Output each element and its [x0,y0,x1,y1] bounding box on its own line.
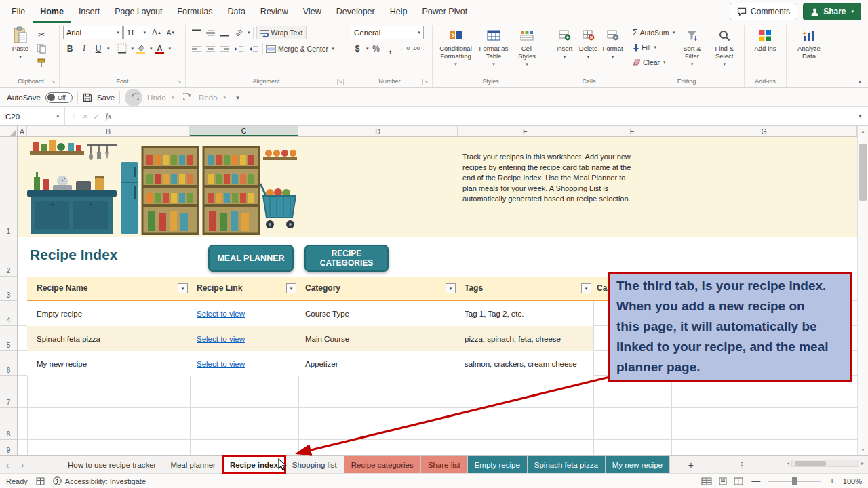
increase-font-icon[interactable]: A▲ [150,26,163,39]
collapse-ribbon-icon[interactable]: ▴ [858,78,861,85]
row-header-4[interactable]: 4 [0,301,17,326]
macro-record-icon[interactable] [36,477,45,485]
tab-formulas[interactable]: Formulas [170,0,220,23]
row-header-3[interactable]: 3 [0,277,17,301]
cell-recipe-link[interactable]: Select to view [190,351,298,376]
tab-developer[interactable]: Developer [329,0,382,23]
addins-button[interactable]: Add-ins [749,26,783,54]
recipe-link[interactable]: Select to view [197,335,245,343]
cell-recipe-name[interactable]: My new recipe [27,351,190,376]
copy-icon[interactable] [35,42,48,55]
hscroll-right-icon[interactable]: ▸ [861,460,864,466]
row-header-9[interactable]: 9 [0,440,17,455]
sheet-tab-empty-recipe[interactable]: Empty recipe [468,456,528,473]
conditional-formatting-button[interactable]: Conditional Formatting ▾ [436,26,475,69]
find-select-button[interactable]: Find & Select ▾ [708,26,741,69]
normal-view-icon[interactable] [701,477,712,485]
sheet-options-icon[interactable]: ⋮ [732,456,751,473]
format-as-table-button[interactable]: Format as Table ▾ [475,26,512,69]
column-header-b[interactable]: B [27,126,190,136]
tab-data[interactable]: Data [220,0,252,23]
cell-recipe-name[interactable]: Spinach feta pizza [27,326,190,351]
sheet-tab-my-new-recipe[interactable]: My new recipe [606,456,670,473]
sheet-nav-left-icon[interactable]: ‹ [0,456,15,473]
decrease-indent-icon[interactable] [232,43,245,56]
filter-recipe-name[interactable]: ▾ [178,283,188,293]
sheet-tab-shopping-list[interactable]: Shopping list [285,456,344,473]
number-format-select[interactable]: General▾ [351,26,424,39]
align-middle-icon[interactable] [203,26,217,39]
share-button[interactable]: Share ▾ [803,3,861,20]
percent-format-button[interactable]: % [370,42,383,55]
page-layout-view-icon[interactable] [718,477,728,485]
sort-filter-button[interactable]: Sort & Filter ▾ [676,26,709,69]
orientation-icon[interactable]: ab [232,26,245,39]
font-family-select[interactable]: Arial▾ [63,26,123,39]
underline-button[interactable]: U [92,42,105,55]
align-left-icon[interactable] [189,43,203,56]
autosum-button[interactable]: ΣAutoSum▾ [633,26,676,39]
cell-recipe-name[interactable]: Empty recipe [27,301,190,326]
tab-review[interactable]: Review [253,0,296,23]
row-header-8[interactable]: 8 [0,408,17,440]
table-row[interactable]: My new recipe Select to view Appetizer s… [27,351,593,376]
fill-color-icon[interactable] [134,42,148,55]
save-label[interactable]: Save [97,94,115,102]
undo-label[interactable]: Undo [147,94,166,102]
zoom-out-icon[interactable]: — [751,476,760,486]
new-sheet-icon[interactable]: + [679,456,703,473]
tab-power-pivot[interactable]: Power Pivot [414,0,475,23]
customize-qat-icon[interactable]: ▾ [236,94,239,101]
sheet-tab-how-to-use[interactable]: How to use recipe tracker [61,456,163,473]
align-center-icon[interactable] [203,43,217,56]
font-color-icon[interactable]: A [153,42,167,55]
recipe-categories-button[interactable]: RECIPE CATEGORIES [304,245,389,272]
vscroll-down-icon[interactable]: ▾ [858,445,868,455]
sheet-tab-spinach-feta-pizza[interactable]: Spinach feta pizza [528,456,606,473]
zoom-slider-thumb[interactable] [792,477,797,485]
sheet-tab-meal-planner[interactable]: Meal planner [163,456,222,473]
align-top-icon[interactable] [189,26,203,39]
clear-button[interactable]: Clear▾ [633,56,676,69]
currency-format-button[interactable]: $ [351,42,364,55]
row-header-7[interactable]: 7 [0,376,17,408]
paste-button[interactable]: Paste ▾ [6,26,35,62]
page-break-view-icon[interactable] [734,477,743,485]
cell-tags[interactable]: pizza, spinach, feta, cheese [458,326,593,351]
column-header-c[interactable]: C [190,126,298,136]
zoom-level[interactable]: 100% [843,477,862,485]
tab-home[interactable]: Home [33,0,71,23]
tab-view[interactable]: View [296,0,329,23]
cancel-icon[interactable]: × [83,111,88,121]
cell-category[interactable]: Course Type [298,301,458,326]
tab-help[interactable]: Help [382,0,415,23]
wrap-text-button[interactable]: Wrap Text [256,26,307,39]
horizontal-scrollbar[interactable]: ◂ ▸ [787,460,864,467]
redo-icon[interactable] [183,93,194,102]
zoom-slider[interactable] [768,481,821,482]
hscroll-left-icon[interactable]: ◂ [787,460,789,466]
row-header-1[interactable]: 1 [0,137,17,237]
tab-file[interactable]: File [4,0,33,23]
font-dialog-launcher[interactable]: ↘ [176,79,182,85]
align-right-icon[interactable] [218,43,231,56]
increase-indent-icon[interactable] [246,43,260,56]
align-bottom-icon[interactable] [218,26,231,39]
save-icon[interactable] [83,93,92,102]
cell-tags[interactable]: Tag 1, Tag 2, etc. [458,301,593,326]
column-header-f[interactable]: F [593,126,671,136]
cut-icon[interactable]: ✂ [35,28,48,41]
cell-recipe-link[interactable]: Select to view [190,301,298,326]
enter-icon[interactable]: ✓ [94,112,100,121]
autosave-toggle[interactable]: Off [45,92,73,103]
comments-button[interactable]: Comments [730,3,797,20]
increase-decimal-icon[interactable]: ←.0 [398,42,412,55]
decrease-font-icon[interactable]: A▼ [164,26,178,39]
insert-cells-button[interactable]: Insert ▾ [553,26,576,62]
redo-label[interactable]: Redo [199,94,218,102]
row-header-2[interactable]: 2 [0,237,17,277]
table-row[interactable]: Spinach feta pizza Select to view Main C… [27,326,593,351]
select-all-corner[interactable] [0,126,18,136]
comma-format-button[interactable]: , [384,42,397,55]
borders-icon[interactable] [116,42,130,55]
